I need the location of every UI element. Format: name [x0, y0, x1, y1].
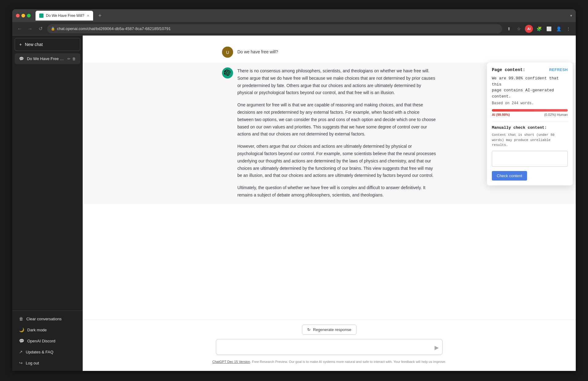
check-content-button[interactable]: Check content [492, 171, 527, 181]
input-row: ▶ [216, 339, 443, 356]
tab-favicon [39, 13, 43, 18]
dark-mode-label: Dark mode [27, 328, 47, 332]
share-icon[interactable]: ⬆ [505, 25, 513, 32]
tab-list-button[interactable]: ▾ [570, 13, 572, 18]
more-options-icon[interactable]: ⋮ [565, 25, 572, 32]
ai-label: AI (99.98%) [492, 113, 510, 116]
assistant-paragraph-1: There is no consensus among philosophers… [237, 67, 436, 97]
discord-icon: 💬 [19, 338, 24, 343]
svg-text:U: U [226, 50, 229, 55]
logout-icon: ↪ [19, 360, 23, 365]
refresh-icon: ↻ [307, 327, 311, 332]
delete-chat-icon[interactable]: 🗑 [72, 57, 76, 61]
close-window-button[interactable] [16, 14, 20, 17]
refresh-button[interactable]: REFRESH [549, 68, 568, 72]
split-view-icon[interactable]: ⬜ [545, 25, 552, 32]
address-actions: ⬆ ☆ AI 🧩 ⬜ 👤 ⋮ [505, 25, 572, 33]
tab-title: Do We Have Free Will? [46, 13, 84, 18]
traffic-lights [16, 14, 31, 17]
address-bar: ← → ↺ 🔒 chat.openai.com/chat/bd269064-db… [12, 22, 576, 36]
human-label: (0.02%) Human [544, 113, 568, 116]
forward-button[interactable]: → [26, 25, 34, 32]
log-out-label: Log out [26, 361, 39, 365]
reload-button[interactable]: ↺ [37, 25, 44, 32]
back-button[interactable]: ← [16, 25, 23, 32]
assistant-message-content: There is no consensus among philosophers… [237, 67, 436, 199]
assistant-paragraph-2: One argument for free will is that we ar… [237, 101, 436, 138]
sidebar-top: + New chat 💬 Do We Have Free Will? ✏ 🗑 [12, 36, 83, 311]
sidebar-item-log-out[interactable]: ↪ Log out [15, 357, 80, 368]
sidebar-item-dark-mode[interactable]: 🌙 Dark mode [15, 324, 80, 335]
security-lock-icon: 🔒 [51, 27, 55, 31]
clear-conversations-label: Clear conversations [26, 317, 62, 321]
openai-discord-label: OpenAI Discord [27, 339, 55, 343]
moon-icon: 🌙 [19, 327, 24, 332]
popup-divider [492, 121, 568, 122]
title-bar: Do We Have Free Will? ✕ + ▾ [12, 9, 576, 22]
ai-bar-container [492, 109, 568, 112]
new-tab-button[interactable]: + [96, 11, 104, 20]
assistant-paragraph-3: However, others argue that our choices a… [237, 143, 436, 179]
chat-area: U Do we have free will? [83, 36, 576, 371]
footer-note-suffix: . Free Research Preview. Our goal is to … [250, 360, 446, 364]
popup-header: Page content: REFRESH [492, 67, 568, 72]
version-link[interactable]: ChatGPT Dec 15 Version [212, 360, 250, 364]
sidebar: + New chat 💬 Do We Have Free Will? ✏ 🗑 🗑… [12, 36, 83, 371]
sidebar-item-clear-conversations[interactable]: 🗑 Clear conversations [15, 313, 80, 324]
tab-close-button[interactable]: ✕ [87, 14, 89, 18]
regenerate-row: ↻ Regenerate response [89, 325, 570, 335]
url-bar[interactable]: 🔒 chat.openai.com/chat/bd269064-db5a-458… [47, 24, 502, 33]
bar-labels: AI (99.98%) (0.02%) Human [492, 113, 568, 116]
regenerate-label: Regenerate response [313, 327, 351, 332]
manual-check-textarea[interactable] [492, 151, 568, 167]
updates-faq-label: Updates & FAQ [26, 350, 53, 354]
sidebar-bottom: 🗑 Clear conversations 🌙 Dark mode 💬 Open… [12, 311, 83, 371]
bookmark-icon[interactable]: ☆ [515, 25, 522, 32]
plus-icon: + [19, 42, 22, 47]
manual-check-desc: Content that is short (under 50 words) m… [492, 132, 568, 148]
chat-footer: ↻ Regenerate response ▶ ChatGPT Dec 15 V… [83, 319, 576, 371]
user-message-row: U Do we have free will? [216, 42, 443, 63]
manual-check-title: Manually check content: [492, 125, 568, 130]
popup-word-count: Based on 244 words. [492, 101, 568, 105]
edit-chat-icon[interactable]: ✏ [67, 57, 70, 61]
chat-history-item[interactable]: 💬 Do We Have Free Will? ✏ 🗑 [15, 53, 80, 64]
browser-tab[interactable]: Do We Have Free Will? ✕ [36, 11, 93, 21]
external-link-icon: ↗ [19, 349, 23, 354]
sidebar-item-updates-faq[interactable]: ↗ Updates & FAQ [15, 346, 80, 357]
trash-icon: 🗑 [19, 316, 23, 321]
minimize-window-button[interactable] [21, 14, 25, 17]
app-body: + New chat 💬 Do We Have Free Will? ✏ 🗑 🗑… [12, 36, 576, 371]
profile-icon[interactable]: 👤 [555, 25, 562, 32]
url-text: chat.openai.com/chat/bd269064-db5a-4587-… [57, 26, 499, 31]
chat-item-title: Do We Have Free Will? [27, 56, 64, 61]
chat-icon: 💬 [19, 56, 24, 61]
chat-input[interactable] [216, 339, 443, 355]
ai-bar-fill [492, 109, 568, 112]
assistant-avatar [222, 67, 233, 78]
popup-title: Page content: [492, 67, 525, 72]
user-message-content: Do we have free will? [237, 47, 278, 56]
send-button[interactable]: ▶ [435, 344, 439, 351]
footer-note: ChatGPT Dec 15 Version. Free Research Pr… [89, 360, 570, 364]
regenerate-button[interactable]: ↻ Regenerate response [302, 325, 356, 335]
new-chat-button[interactable]: + New chat [15, 38, 80, 51]
new-chat-label: New chat [25, 42, 43, 47]
popup-confidence: We are 99.98% confident that this page c… [492, 75, 568, 99]
extension-popup: Page content: REFRESH We are 99.98% conf… [487, 63, 573, 185]
sidebar-item-discord[interactable]: 💬 OpenAI Discord [15, 335, 80, 346]
assistant-paragraph-4: Ultimately, the question of whether we h… [237, 184, 436, 199]
maximize-window-button[interactable] [27, 14, 31, 17]
user-avatar: U [222, 47, 233, 58]
ai-detector-extension-icon[interactable]: AI [525, 25, 533, 33]
chat-item-actions: ✏ 🗑 [67, 57, 76, 61]
extensions-icon[interactable]: 🧩 [535, 25, 543, 32]
